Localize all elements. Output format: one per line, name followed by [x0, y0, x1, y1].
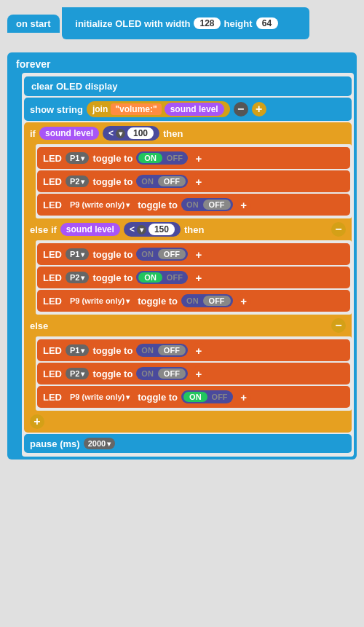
if1-led2-toggle-label: toggle to: [92, 176, 132, 187]
elseif-led2-label: LED: [43, 272, 62, 283]
else-led2-off[interactable]: OFF: [158, 368, 186, 379]
if1-led1-label: LED: [43, 153, 62, 164]
if1-led2-pin[interactable]: P2: [66, 176, 89, 187]
height-value[interactable]: 64: [256, 17, 278, 29]
if1-led3-label: LED: [43, 200, 62, 210]
else-led2-block: LED P2 toggle to ON OFF +: [37, 363, 350, 385]
show-string-block: show string join "volume:" sound level −…: [24, 98, 352, 121]
if1-led1-on[interactable]: ON: [138, 153, 162, 163]
elseif-led2-toggle-label: toggle to: [92, 272, 132, 283]
if1-led3-block: LED P9 (write only) toggle to ON OFF +: [37, 194, 350, 216]
elseif-led2-plus[interactable]: +: [191, 270, 206, 285]
else-led3-on[interactable]: ON: [183, 392, 207, 402]
elseif-led3-pin[interactable]: P9 (write only): [66, 295, 134, 307]
if1-compare[interactable]: < ▾ 100: [103, 126, 159, 141]
if1-led3-off[interactable]: OFF: [203, 200, 231, 210]
else-if-header: else if sound level < ▾ 150 then −: [24, 218, 352, 240]
width-value[interactable]: 128: [194, 17, 220, 29]
if1-inner: LED P1 toggle to ON OFF + LED P2 toggle …: [36, 144, 352, 218]
initialize-block: initialize OLED with width 128 height 64: [68, 13, 304, 33]
if1-led1-toggle-label: toggle to: [92, 153, 132, 164]
if1-led2-off[interactable]: OFF: [158, 176, 186, 186]
else-led3-block: LED P9 (write only) toggle to ON OFF +: [37, 386, 350, 408]
elseif-led1-label: LED: [43, 249, 62, 260]
if1-operator-dropdown[interactable]: ▾: [116, 129, 125, 138]
forever-label: forever: [10, 55, 354, 73]
else-led1-label: LED: [43, 345, 62, 356]
else-led3-toggle[interactable]: ON OFF: [181, 390, 233, 403]
show-string-plus-btn[interactable]: +: [252, 102, 266, 117]
else-led2-on[interactable]: ON: [138, 368, 157, 379]
else-led1-toggle[interactable]: ON OFF: [136, 344, 188, 357]
clear-oled-block: clear OLED display: [24, 76, 352, 96]
elseif-led3-toggle[interactable]: ON OFF: [181, 294, 233, 307]
else-led3-off[interactable]: OFF: [209, 392, 231, 402]
if1-led3-pin[interactable]: P9 (write only): [66, 199, 134, 210]
else-led1-pin[interactable]: P1: [66, 344, 89, 356]
else-if-compare[interactable]: < ▾ 150: [124, 222, 181, 237]
else-led2-toggle[interactable]: ON OFF: [136, 367, 188, 380]
else-if-then-label: then: [184, 224, 204, 235]
elseif-led1-toggle[interactable]: ON OFF: [136, 248, 188, 261]
if1-led1-off[interactable]: OFF: [164, 153, 186, 163]
else-if-sound-level[interactable]: sound level: [60, 223, 120, 236]
elseif-led1-plus[interactable]: +: [191, 247, 206, 261]
elseif-led3-toggle-label: toggle to: [138, 296, 178, 307]
else-if-minus-btn[interactable]: −: [331, 222, 346, 237]
if1-then-label: then: [163, 128, 183, 139]
initialize-label: initialize OLED with width: [75, 18, 190, 29]
clear-label: clear OLED display: [31, 81, 118, 92]
else-led3-label: LED: [43, 392, 62, 403]
show-string-label: show string: [30, 104, 83, 115]
elseif-led3-on[interactable]: ON: [183, 296, 202, 306]
if1-led1-pin[interactable]: P1: [66, 152, 89, 164]
else-led3-pin[interactable]: P9 (write only): [66, 391, 134, 403]
volume-string[interactable]: "volume:": [111, 103, 161, 115]
show-string-minus-btn[interactable]: −: [234, 102, 248, 117]
elseif-led3-off[interactable]: OFF: [203, 296, 231, 306]
join-label: join: [92, 104, 108, 114]
elseif-led2-toggle[interactable]: ON OFF: [136, 271, 188, 284]
elseif-led1-pin[interactable]: P1: [66, 248, 89, 260]
elseif-led1-block: LED P1 toggle to ON OFF +: [37, 243, 350, 265]
elseif-led1-off[interactable]: OFF: [158, 249, 186, 259]
else-led1-on[interactable]: ON: [138, 345, 157, 355]
if1-sound-level[interactable]: sound level: [39, 127, 99, 140]
elseif-led2-on[interactable]: ON: [138, 272, 162, 283]
if1-led2-on[interactable]: ON: [138, 176, 157, 186]
else-minus-btn[interactable]: −: [331, 318, 346, 333]
height-label: height: [224, 18, 253, 29]
else-led2-plus[interactable]: +: [191, 366, 206, 381]
if1-led2-plus[interactable]: +: [191, 174, 206, 189]
else-led1-off[interactable]: OFF: [158, 345, 186, 355]
if1-led2-toggle[interactable]: ON OFF: [136, 175, 188, 188]
else-led3-plus[interactable]: +: [237, 390, 251, 404]
if1-led3-plus[interactable]: +: [237, 197, 251, 212]
if1-led1-toggle[interactable]: ON OFF: [136, 151, 188, 165]
else-led2-toggle-label: toggle to: [92, 368, 132, 379]
on-start-container: on start initialize OLED with width 128 …: [7, 7, 357, 39]
elseif-led2-off[interactable]: OFF: [164, 272, 186, 283]
else-led2-label: LED: [43, 368, 62, 379]
elseif-led2-pin[interactable]: P2: [66, 272, 89, 283]
sound-level-pill[interactable]: sound level: [165, 103, 224, 116]
else-if-operator-dropdown[interactable]: ▾: [137, 225, 146, 234]
else-led1-block: LED P1 toggle to ON OFF +: [37, 339, 350, 361]
on-start-label: on start: [16, 18, 51, 29]
if1-led3-on[interactable]: ON: [183, 200, 202, 210]
else-if-value[interactable]: 150: [149, 224, 175, 235]
elseif-led1-on[interactable]: ON: [138, 249, 157, 259]
elseif-led3-plus[interactable]: +: [237, 293, 251, 308]
if1-led1-plus[interactable]: +: [191, 151, 206, 165]
else-header: else −: [24, 315, 352, 336]
if-block-bottom: +: [24, 411, 352, 433]
if1-led3-toggle[interactable]: ON OFF: [181, 198, 233, 211]
if1-value[interactable]: 100: [127, 127, 154, 139]
if-plus-btn[interactable]: +: [30, 414, 44, 429]
elseif-led3-block: LED P9 (write only) toggle to ON OFF +: [37, 290, 350, 312]
if-label-1: if: [30, 128, 36, 139]
else-led1-plus[interactable]: +: [191, 343, 206, 358]
else-led2-pin[interactable]: P2: [66, 368, 89, 379]
else-if-operator: <: [130, 224, 135, 234]
pause-value[interactable]: 2000: [84, 438, 115, 449]
